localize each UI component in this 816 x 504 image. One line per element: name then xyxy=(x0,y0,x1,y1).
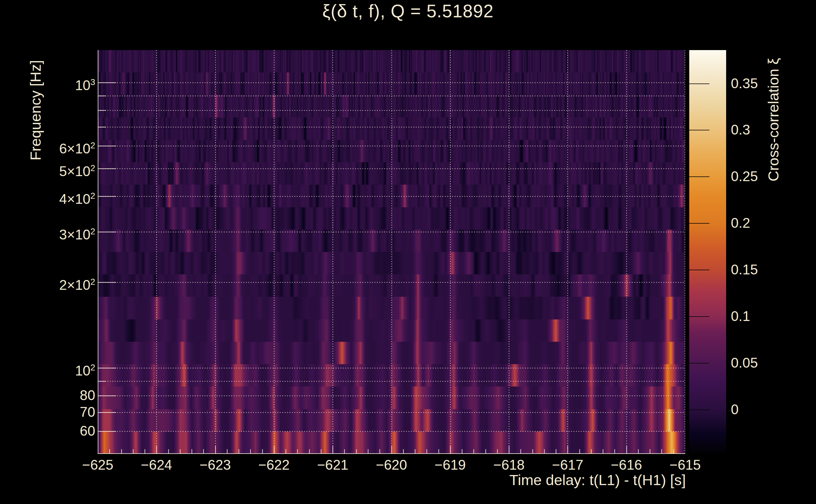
x-tick-label: −617 xyxy=(539,457,596,473)
x-axis-title: Time delay: t(L1) - t(H1) [s] xyxy=(308,471,686,489)
x-tick-label: −618 xyxy=(480,457,537,473)
y-tick-label: 60 xyxy=(6,423,95,439)
x-tick-label: −623 xyxy=(187,457,244,473)
y-tick-label: 70 xyxy=(6,404,95,420)
colorbar xyxy=(689,50,726,454)
x-tick-label: −622 xyxy=(246,457,302,473)
y-tick-label: 3×102 xyxy=(6,223,95,240)
y-tick-label: 6×102 xyxy=(6,137,95,154)
x-tick-label: −624 xyxy=(128,457,185,473)
colorbar-tick-label: 0.05 xyxy=(731,355,794,371)
x-tick-label: −615 xyxy=(657,457,714,473)
y-tick-label: 2×102 xyxy=(6,274,95,290)
y-tick-label: 103 xyxy=(6,74,95,90)
y-tick-label: 5×102 xyxy=(6,160,95,176)
colorbar-tick-label: 0.1 xyxy=(731,308,794,324)
colorbar-tick-label: 0.25 xyxy=(731,168,794,185)
heatmap-canvas xyxy=(98,50,685,454)
colorbar-tick-label: 0.35 xyxy=(731,75,794,92)
x-tick-label: −616 xyxy=(598,457,655,473)
plot-title: ξ(δ t, f), Q = 5.51892 xyxy=(0,1,816,21)
colorbar-tick-mark xyxy=(689,316,710,317)
y-tick-label: 4×102 xyxy=(6,188,95,204)
colorbar-tick-mark xyxy=(689,176,710,177)
x-tick-label: −620 xyxy=(363,457,420,473)
colorbar-tick-mark xyxy=(689,409,710,410)
colorbar-tick-mark xyxy=(689,83,710,84)
x-tick-label: −619 xyxy=(422,457,479,473)
y-tick-label: 80 xyxy=(6,387,95,404)
colorbar-tick-mark xyxy=(689,130,710,130)
colorbar-tick-mark xyxy=(689,363,710,364)
y-tick-label: 102 xyxy=(6,359,95,376)
colorbar-tick-mark xyxy=(689,270,710,270)
colorbar-tick-mark xyxy=(689,223,710,224)
figure-root: ξ(δ t, f), Q = 5.51892 Frequency [Hz] Ti… xyxy=(0,0,816,504)
colorbar-tick-label: 0.2 xyxy=(731,215,794,231)
colorbar-tick-label: 0.15 xyxy=(731,261,794,278)
colorbar-tick-label: 0.3 xyxy=(731,122,794,138)
x-tick-label: −625 xyxy=(69,457,126,473)
x-tick-label: −621 xyxy=(304,457,361,473)
colorbar-tick-label: 0 xyxy=(731,401,794,418)
